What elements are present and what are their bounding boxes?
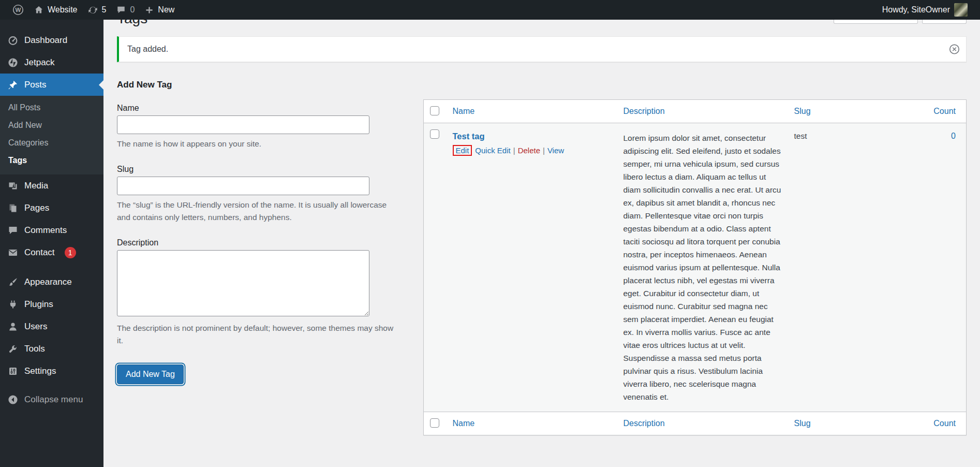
collapse-menu-button[interactable]: Collapse menu (0, 388, 103, 411)
column-header-count[interactable]: Count (933, 107, 956, 115)
notice-message: Tag added. (127, 45, 168, 53)
success-notice: Tag added. (117, 36, 967, 62)
paintbrush-icon (7, 277, 19, 287)
column-header-name[interactable]: Name (453, 107, 475, 115)
view-link[interactable]: View (547, 146, 564, 155)
sidebar-item-jetpack[interactable]: Jetpack (0, 51, 103, 74)
sidebar-item-label: Users (24, 322, 47, 332)
tag-slug: test (788, 123, 907, 412)
sidebar-item-posts[interactable]: Posts (0, 74, 103, 96)
collapse-arrow-icon (7, 395, 19, 405)
table-footer-row: Name Description Slug Count (424, 412, 967, 435)
form-heading: Add New Tag (117, 80, 400, 90)
comments-menu[interactable]: 0 (111, 0, 140, 20)
avatar (954, 3, 968, 17)
table-row: Test tag EditQuick Edit|Delete|View Lore… (424, 123, 967, 412)
user-icon (7, 322, 19, 332)
delete-link[interactable]: Delete (518, 146, 540, 155)
edit-link[interactable]: Edit (456, 146, 469, 155)
sidebar-item-contact[interactable]: Contact 1 (0, 241, 103, 264)
dismiss-notice-icon[interactable] (949, 44, 960, 55)
name-label: Name (117, 104, 400, 113)
action-separator: | (543, 146, 545, 155)
submenu-tags[interactable]: Tags (0, 152, 103, 169)
row-checkbox[interactable] (430, 129, 439, 139)
sidebar-item-label: Jetpack (24, 57, 55, 68)
sidebar-item-label: Posts (24, 80, 47, 90)
sidebar-item-label: Comments (24, 225, 67, 236)
column-footer-name[interactable]: Name (453, 419, 475, 428)
sidebar-item-label: Pages (24, 203, 49, 213)
sidebar-item-users[interactable]: Users (0, 315, 103, 338)
column-header-description[interactable]: Description (623, 107, 665, 115)
sidebar-item-settings[interactable]: Settings (0, 360, 103, 382)
sidebar-item-pages[interactable]: Pages (0, 197, 103, 219)
envelope-icon (7, 247, 19, 258)
select-all-checkbox-bottom[interactable] (430, 418, 439, 428)
updates-icon (88, 5, 98, 15)
action-separator: | (513, 146, 515, 155)
plus-icon (145, 6, 154, 14)
pushpin-icon (7, 80, 19, 90)
dashboard-gauge-icon (7, 35, 19, 46)
column-footer-count[interactable]: Count (933, 419, 956, 428)
sidebar-item-label: Plugins (24, 299, 53, 310)
column-footer-slug[interactable]: Slug (794, 419, 811, 428)
row-actions: EditQuick Edit|Delete|View (453, 145, 611, 156)
site-name-label: Website (48, 5, 78, 14)
wp-logo-button[interactable]: W (7, 0, 29, 20)
admin-bar: W Website 5 0 New Howdy, SiteOwner (0, 0, 980, 20)
name-input[interactable] (117, 115, 369, 134)
new-label: New (158, 5, 174, 14)
sidebar-item-plugins[interactable]: Plugins (0, 293, 103, 315)
update-count: 5 (102, 5, 107, 14)
site-name-menu[interactable]: Website (29, 0, 83, 20)
table-header-row: Name Description Slug Count (424, 100, 967, 123)
tags-table: Name Description Slug Count Test tag Edi… (423, 99, 967, 435)
sidebar-item-label: Collapse menu (24, 395, 83, 405)
submenu-all-posts[interactable]: All Posts (0, 99, 103, 116)
main-content: Dolly, never go away again Screen Option… (103, 0, 980, 435)
my-account-menu[interactable]: Howdy, SiteOwner (877, 0, 973, 20)
jetpack-icon (7, 57, 19, 68)
tag-count-link[interactable]: 0 (951, 132, 956, 140)
menu-separator (0, 264, 103, 271)
updates-menu[interactable]: 5 (83, 0, 112, 20)
column-header-slug[interactable]: Slug (794, 107, 811, 115)
home-icon (34, 5, 43, 14)
wrench-icon (7, 344, 19, 354)
description-label: Description (117, 238, 400, 247)
quick-edit-link[interactable]: Quick Edit (475, 146, 510, 155)
pages-icon (7, 203, 19, 213)
add-tag-form: Add New Tag Name The name is how it appe… (117, 80, 400, 384)
comments-icon (7, 225, 19, 236)
select-all-checkbox[interactable] (430, 106, 439, 115)
submenu-categories[interactable]: Categories (0, 134, 103, 152)
sidebar-item-label: Media (24, 181, 48, 191)
wordpress-logo-icon: W (12, 4, 24, 16)
edit-annotation-box: Edit (453, 145, 472, 156)
add-new-tag-button[interactable]: Add New Tag (117, 364, 184, 384)
submenu-add-new[interactable]: Add New (0, 116, 103, 134)
sidebar-item-label: Contact (24, 247, 55, 258)
description-textarea[interactable] (117, 250, 369, 316)
sidebar-item-dashboard[interactable]: Dashboard (0, 29, 103, 51)
tag-name-link[interactable]: Test tag (453, 132, 485, 141)
sidebar-item-label: Settings (24, 366, 56, 376)
sidebar-item-appearance[interactable]: Appearance (0, 271, 103, 293)
sidebar-item-label: Dashboard (24, 35, 67, 46)
column-footer-description[interactable]: Description (623, 419, 665, 428)
sidebar-item-media[interactable]: Media (0, 174, 103, 197)
new-content-menu[interactable]: New (140, 0, 180, 20)
howdy-text: Howdy, SiteOwner (882, 5, 950, 14)
slug-input[interactable] (117, 177, 369, 195)
slug-label: Slug (117, 165, 400, 174)
name-help-text: The name is how it appears on your site. (117, 138, 400, 150)
sidebar-item-comments[interactable]: Comments (0, 219, 103, 241)
comment-bubble-icon (116, 5, 126, 14)
sidebar-item-tools[interactable]: Tools (0, 338, 103, 360)
comment-count: 0 (130, 5, 135, 14)
sidebar-item-label: Appearance (24, 277, 72, 287)
tag-description: Lorem ipsum dolor sit amet, consectetur … (617, 123, 788, 412)
sliders-icon (7, 366, 19, 376)
